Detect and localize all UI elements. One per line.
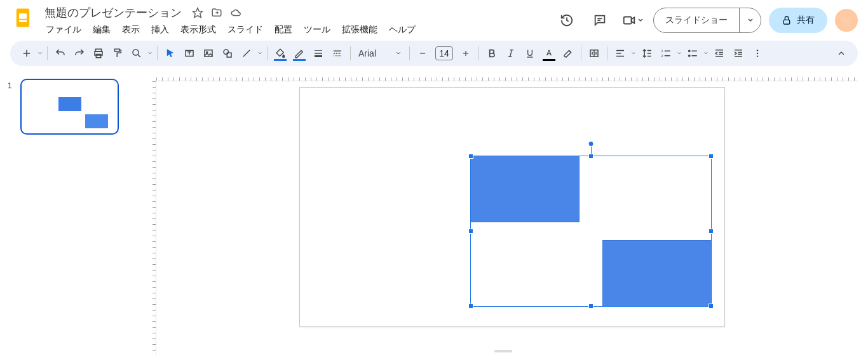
share-button[interactable]: 共有 <box>769 8 827 33</box>
menu-tools[interactable]: ツール <box>299 22 336 38</box>
border-dash-button[interactable] <box>329 44 346 62</box>
numbered-list-button[interactable]: 12 <box>657 44 675 62</box>
svg-rect-19 <box>205 50 212 57</box>
slide-canvas[interactable] <box>300 88 724 326</box>
canvas-area[interactable] <box>139 71 868 355</box>
increase-indent-button[interactable] <box>729 44 747 62</box>
font-size-decrease[interactable] <box>414 44 431 62</box>
shape-button[interactable] <box>219 44 236 62</box>
text-color-button[interactable] <box>540 44 558 62</box>
zoom-dropdown[interactable] <box>147 51 153 56</box>
decrease-indent-button[interactable] <box>710 44 728 62</box>
textbox-button[interactable] <box>180 44 198 62</box>
numbered-list-dropdown[interactable] <box>676 51 682 56</box>
star-icon[interactable] <box>192 7 203 18</box>
undo-button[interactable] <box>51 44 69 62</box>
bold-button[interactable] <box>483 44 501 62</box>
separator <box>409 46 410 60</box>
menu-edit[interactable]: 編集 <box>88 22 116 38</box>
menu-format[interactable]: 表示形式 <box>175 22 221 38</box>
collapse-toolbar-button[interactable] <box>832 44 850 62</box>
svg-line-15 <box>138 55 140 57</box>
horizontal-ruler[interactable] <box>156 71 858 81</box>
resize-handle-s[interactable] <box>588 304 593 309</box>
svg-line-23 <box>243 50 250 57</box>
cloud-status-icon[interactable] <box>230 7 241 18</box>
border-weight-button[interactable] <box>309 44 327 62</box>
app-logo[interactable] <box>10 5 36 30</box>
fill-color-button[interactable] <box>271 44 289 62</box>
document-title[interactable]: 無題のプレゼンテーション <box>41 4 186 21</box>
comments-icon[interactable] <box>587 8 613 33</box>
resize-handle-w[interactable] <box>468 229 473 234</box>
separator <box>267 46 268 60</box>
rotation-handle[interactable] <box>588 141 594 147</box>
redo-button[interactable] <box>71 44 88 62</box>
svg-rect-1 <box>19 13 27 19</box>
svg-rect-8 <box>783 20 789 24</box>
account-avatar[interactable] <box>835 9 858 32</box>
italic-button[interactable] <box>502 44 520 62</box>
svg-line-35 <box>510 50 512 57</box>
svg-point-21 <box>224 50 229 55</box>
separator <box>478 46 479 60</box>
border-color-button[interactable] <box>290 44 308 62</box>
font-family-selector[interactable]: Arial <box>355 48 405 58</box>
meet-button[interactable] <box>620 8 646 33</box>
bulleted-list-button[interactable] <box>684 44 702 62</box>
underline-button[interactable] <box>521 44 539 62</box>
filmstrip-panel[interactable]: 1 <box>0 71 139 355</box>
thumbnail-shape <box>85 114 108 128</box>
resize-handle-nw[interactable] <box>468 154 473 159</box>
menu-extensions[interactable]: 拡張機能 <box>337 22 383 38</box>
slideshow-dropdown[interactable] <box>739 8 761 32</box>
svg-rect-2 <box>19 20 27 22</box>
image-button[interactable] <box>200 44 217 62</box>
menu-bar: ファイル 編集 表示 挿入 表示形式 スライド 配置 ツール 拡張機能 ヘルプ <box>41 22 554 38</box>
more-options-button[interactable] <box>749 44 766 62</box>
bulleted-list-dropdown[interactable] <box>703 51 709 56</box>
align-dropdown[interactable] <box>630 51 637 56</box>
vertical-ruler[interactable] <box>146 81 156 355</box>
workspace: 1 <box>0 71 868 355</box>
resize-handle-e[interactable] <box>709 229 714 234</box>
font-size-increase[interactable] <box>457 44 475 62</box>
slide-thumbnail-row[interactable]: 1 <box>8 79 139 135</box>
menu-slide[interactable]: スライド <box>222 22 268 38</box>
font-size-input[interactable] <box>435 46 453 60</box>
menu-view[interactable]: 表示 <box>117 22 145 38</box>
history-icon[interactable] <box>554 8 580 33</box>
paint-format-button[interactable] <box>109 44 126 62</box>
menu-arrange[interactable]: 配置 <box>269 22 297 38</box>
resize-handle-ne[interactable] <box>709 154 714 159</box>
svg-point-52 <box>689 50 690 51</box>
resize-handle-n[interactable] <box>588 154 593 159</box>
new-slide-dropdown[interactable] <box>37 51 43 56</box>
thumbnail-shape <box>58 97 81 111</box>
print-button[interactable] <box>90 44 107 62</box>
align-button[interactable] <box>611 44 629 62</box>
resize-handle-sw[interactable] <box>468 304 473 309</box>
slide-number: 1 <box>8 79 15 135</box>
resize-handle-se[interactable] <box>709 304 714 309</box>
line-button[interactable] <box>238 44 255 62</box>
menu-insert[interactable]: 挿入 <box>146 22 174 38</box>
line-dropdown[interactable] <box>257 51 263 56</box>
speaker-notes-handle[interactable] <box>494 350 512 352</box>
new-slide-button[interactable] <box>18 44 36 62</box>
slideshow-button[interactable]: スライドショー <box>654 8 739 32</box>
toolbar: Arial 12 <box>10 41 858 66</box>
highlight-color-button[interactable] <box>559 44 577 62</box>
separator <box>607 46 607 60</box>
select-tool[interactable] <box>161 44 179 62</box>
svg-point-14 <box>133 50 139 55</box>
insert-link-button[interactable] <box>585 44 603 62</box>
slide-thumbnail[interactable] <box>20 79 119 135</box>
menu-help[interactable]: ヘルプ <box>384 22 421 38</box>
zoom-button[interactable] <box>128 44 146 62</box>
move-folder-icon[interactable] <box>211 7 222 18</box>
selection-box[interactable] <box>470 156 712 307</box>
line-spacing-button[interactable] <box>638 44 656 62</box>
separator <box>350 46 351 60</box>
menu-file[interactable]: ファイル <box>41 22 86 38</box>
